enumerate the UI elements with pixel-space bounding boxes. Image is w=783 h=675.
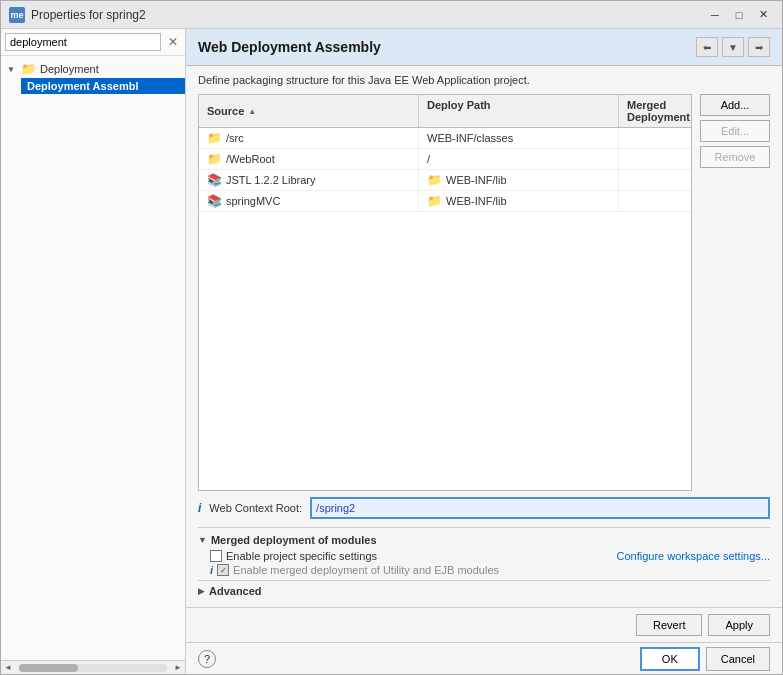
sidebar-scrollbar[interactable]: ◄ ► bbox=[1, 660, 185, 674]
chevron-down-icon: ▼ bbox=[7, 65, 17, 74]
maximize-button[interactable]: □ bbox=[728, 6, 750, 24]
merged-row-left: Enable project specific settings bbox=[210, 550, 377, 562]
scrollbar-thumb bbox=[19, 664, 78, 672]
window-title: Properties for spring2 bbox=[31, 8, 146, 22]
table-header: Source ▲ Deploy Path Merged Deployment bbox=[199, 95, 691, 128]
sidebar-search-area: ✕ bbox=[1, 29, 185, 56]
cell-source-1: 📁 /WebRoot bbox=[199, 149, 419, 169]
info-icon-small: i bbox=[210, 564, 213, 576]
bottom-settings: i Web Context Root: ▼ Merged deployment … bbox=[198, 491, 770, 599]
cell-deploy-0: WEB-INF/classes bbox=[419, 128, 619, 148]
dropdown-icon: ▼ bbox=[728, 42, 738, 53]
remove-button[interactable]: Remove bbox=[700, 146, 770, 168]
column-deploy-path: Deploy Path bbox=[419, 95, 619, 127]
advanced-title: Advanced bbox=[209, 585, 262, 597]
title-bar-left: me Properties for spring2 bbox=[9, 7, 146, 23]
context-root-row: i Web Context Root: bbox=[198, 497, 770, 519]
info-icon: i bbox=[198, 501, 201, 515]
advanced-chevron-icon: ▶ bbox=[198, 586, 205, 596]
column-merged-deployment: Merged Deployment bbox=[619, 95, 692, 127]
enable-merged-deployment-checkbox[interactable]: ✓ bbox=[217, 564, 229, 576]
app-icon: me bbox=[9, 7, 25, 23]
table-row[interactable]: 📁 /WebRoot / bbox=[199, 149, 691, 170]
ok-button[interactable]: OK bbox=[640, 647, 700, 671]
table-body: 📁 /src WEB-INF/classes 📁 bbox=[199, 128, 691, 490]
column-source: Source ▲ bbox=[199, 95, 419, 127]
action-buttons: Add... Edit... Remove bbox=[700, 94, 770, 491]
scrollbar-track bbox=[19, 664, 167, 672]
sidebar-item-assembl-label: Deployment Assembl bbox=[27, 80, 138, 92]
library-icon: 📚 bbox=[207, 194, 222, 208]
window-controls: ─ □ ✕ bbox=[704, 6, 774, 24]
configure-workspace-link[interactable]: Configure workspace settings... bbox=[617, 550, 770, 562]
folder-icon: 📁 bbox=[427, 173, 442, 187]
cell-source-2: 📚 JSTL 1.2.2 Library bbox=[199, 170, 419, 190]
library-icon: 📚 bbox=[207, 173, 222, 187]
search-input[interactable] bbox=[5, 33, 161, 51]
title-bar: me Properties for spring2 ─ □ ✕ bbox=[1, 1, 782, 29]
sub-merged-row: i ✓ Enable merged deployment of Utility … bbox=[198, 564, 770, 576]
cell-merged-0 bbox=[619, 128, 691, 148]
sort-arrow-icon: ▲ bbox=[248, 107, 256, 116]
scroll-right-arrow[interactable]: ► bbox=[171, 663, 185, 672]
cell-merged-1 bbox=[619, 149, 691, 169]
sidebar-item-deployment-assembl[interactable]: Deployment Assembl bbox=[21, 78, 185, 94]
folder-icon: 📁 bbox=[207, 152, 222, 166]
nav-fwd-button[interactable]: ➡ bbox=[748, 37, 770, 57]
cell-deploy-2: 📁 WEB-INF/lib bbox=[419, 170, 619, 190]
merged-chevron-icon[interactable]: ▼ bbox=[198, 535, 207, 545]
cell-source-0: 📁 /src bbox=[199, 128, 419, 148]
nav-back-button[interactable]: ⬅ bbox=[696, 37, 718, 57]
revert-button[interactable]: Revert bbox=[636, 614, 702, 636]
minimize-button[interactable]: ─ bbox=[704, 6, 726, 24]
right-panel: Web Deployment Assembly ⬅ ▼ ➡ Define pac… bbox=[186, 29, 782, 674]
folder-icon: 📁 bbox=[21, 62, 36, 76]
apply-button[interactable]: Apply bbox=[708, 614, 770, 636]
panel-body: Define packaging structure for this Java… bbox=[186, 66, 782, 607]
sidebar-tree: ▼ 📁 Deployment Deployment Assembl bbox=[1, 56, 185, 660]
sidebar-tree-children: Deployment Assembl bbox=[1, 78, 185, 94]
sidebar: ✕ ▼ 📁 Deployment Deployment Assembl ◄ bbox=[1, 29, 186, 674]
panel-header: Web Deployment Assembly ⬅ ▼ ➡ bbox=[186, 29, 782, 66]
merged-settings-row: Enable project specific settings Configu… bbox=[198, 550, 770, 562]
advanced-header[interactable]: ▶ Advanced bbox=[198, 585, 770, 597]
advanced-section: ▶ Advanced bbox=[198, 580, 770, 597]
bottom-bar: Revert Apply bbox=[186, 607, 782, 642]
enable-specific-settings-checkbox[interactable] bbox=[210, 550, 222, 562]
panel-header-icons: ⬅ ▼ ➡ bbox=[696, 37, 770, 57]
table-container: Source ▲ Deploy Path Merged Deployment bbox=[198, 94, 692, 491]
sidebar-item-label: Deployment bbox=[40, 63, 99, 75]
nav-dropdown-button[interactable]: ▼ bbox=[722, 37, 744, 57]
table-row[interactable]: 📚 springMVC 📁 WEB-INF/lib bbox=[199, 191, 691, 212]
nav-fwd-icon: ➡ bbox=[755, 42, 763, 53]
merged-deployment-title: Merged deployment of modules bbox=[211, 534, 377, 546]
cell-merged-3 bbox=[619, 191, 691, 211]
table-row[interactable]: 📚 JSTL 1.2.2 Library 📁 WEB-INF/lib bbox=[199, 170, 691, 191]
context-root-input[interactable] bbox=[310, 497, 770, 519]
cell-merged-2 bbox=[619, 170, 691, 190]
add-button[interactable]: Add... bbox=[700, 94, 770, 116]
cell-deploy-3: 📁 WEB-INF/lib bbox=[419, 191, 619, 211]
nav-back-icon: ⬅ bbox=[703, 42, 711, 53]
table-row[interactable]: 📁 /src WEB-INF/classes bbox=[199, 128, 691, 149]
cell-deploy-1: / bbox=[419, 149, 619, 169]
context-root-label: Web Context Root: bbox=[209, 502, 302, 514]
sidebar-item-deployment[interactable]: ▼ 📁 Deployment bbox=[1, 60, 185, 78]
scroll-left-arrow[interactable]: ◄ bbox=[1, 663, 15, 672]
ok-cancel-buttons: OK Cancel bbox=[640, 647, 770, 671]
enable-specific-settings-label: Enable project specific settings bbox=[226, 550, 377, 562]
panel-description: Define packaging structure for this Java… bbox=[198, 74, 770, 86]
table-section: Source ▲ Deploy Path Merged Deployment bbox=[198, 94, 770, 491]
panel-title: Web Deployment Assembly bbox=[198, 39, 381, 55]
search-clear-icon[interactable]: ✕ bbox=[165, 35, 181, 49]
help-button[interactable]: ? bbox=[198, 650, 216, 668]
enable-merged-deployment-label: Enable merged deployment of Utility and … bbox=[233, 564, 499, 576]
edit-button[interactable]: Edit... bbox=[700, 120, 770, 142]
main-content: ✕ ▼ 📁 Deployment Deployment Assembl ◄ bbox=[1, 29, 782, 674]
cancel-button[interactable]: Cancel bbox=[706, 647, 770, 671]
very-bottom-bar: ? OK Cancel bbox=[186, 642, 782, 674]
folder-icon: 📁 bbox=[427, 194, 442, 208]
merged-deployment-section: ▼ Merged deployment of modules Enable pr… bbox=[198, 527, 770, 576]
merged-deployment-header: ▼ Merged deployment of modules bbox=[198, 534, 770, 546]
close-button[interactable]: ✕ bbox=[752, 6, 774, 24]
